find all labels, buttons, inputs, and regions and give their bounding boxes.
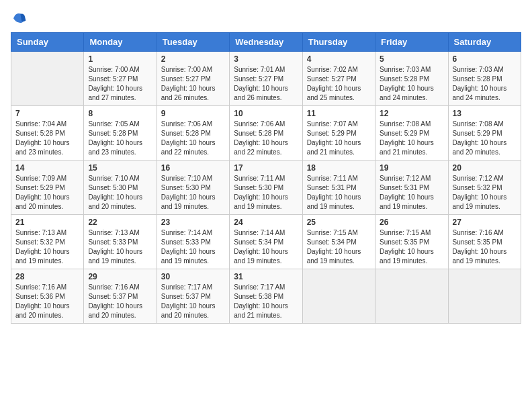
day-number: 1	[88, 54, 152, 64]
day-info: Sunrise: 7:12 AMSunset: 5:31 PMDaylight:…	[380, 174, 443, 212]
logo-icon	[11, 11, 27, 27]
header-thursday: Thursday	[302, 33, 375, 52]
calendar-cell: 31Sunrise: 7:17 AMSunset: 5:38 PMDayligh…	[230, 269, 302, 324]
day-info: Sunrise: 7:06 AMSunset: 5:28 PMDaylight:…	[161, 120, 225, 157]
day-number: 7	[15, 109, 79, 118]
day-number: 24	[234, 218, 298, 227]
day-info: Sunrise: 7:00 AMSunset: 5:27 PMDaylight:…	[161, 65, 225, 103]
day-info: Sunrise: 7:07 AMSunset: 5:29 PMDaylight:…	[307, 120, 371, 157]
day-info: Sunrise: 7:11 AMSunset: 5:31 PMDaylight:…	[307, 174, 371, 212]
header-wednesday: Wednesday	[230, 33, 302, 52]
calendar-cell: 24Sunrise: 7:14 AMSunset: 5:34 PMDayligh…	[230, 215, 302, 269]
calendar-cell: 11Sunrise: 7:07 AMSunset: 5:29 PMDayligh…	[302, 106, 375, 161]
day-info: Sunrise: 7:08 AMSunset: 5:29 PMDaylight:…	[453, 120, 517, 157]
calendar-cell: 7Sunrise: 7:04 AMSunset: 5:28 PMDaylight…	[11, 106, 84, 161]
day-info: Sunrise: 7:17 AMSunset: 5:38 PMDaylight:…	[234, 283, 298, 320]
calendar-cell: 26Sunrise: 7:15 AMSunset: 5:35 PMDayligh…	[375, 215, 448, 269]
header-friday: Friday	[375, 33, 448, 52]
day-info: Sunrise: 7:03 AMSunset: 5:28 PMDaylight:…	[453, 65, 517, 103]
day-number: 10	[234, 109, 298, 118]
header-saturday: Saturday	[448, 33, 521, 52]
calendar-cell: 8Sunrise: 7:05 AMSunset: 5:28 PMDaylight…	[84, 106, 157, 161]
calendar-cell	[302, 269, 375, 324]
calendar-cell: 9Sunrise: 7:06 AMSunset: 5:28 PMDaylight…	[157, 106, 229, 161]
day-number: 13	[453, 109, 517, 118]
day-info: Sunrise: 7:15 AMSunset: 5:34 PMDaylight:…	[307, 228, 371, 266]
calendar-cell: 17Sunrise: 7:11 AMSunset: 5:30 PMDayligh…	[230, 161, 302, 215]
day-number: 29	[88, 272, 152, 281]
calendar-cell	[11, 52, 84, 106]
day-number: 9	[161, 109, 225, 118]
header-sunday: Sunday	[11, 33, 84, 52]
day-number: 8	[88, 109, 152, 118]
day-number: 16	[161, 163, 225, 173]
day-info: Sunrise: 7:10 AMSunset: 5:30 PMDaylight:…	[161, 174, 225, 212]
calendar-cell: 29Sunrise: 7:16 AMSunset: 5:37 PMDayligh…	[84, 269, 157, 324]
calendar-cell: 18Sunrise: 7:11 AMSunset: 5:31 PMDayligh…	[302, 161, 375, 215]
day-number: 21	[15, 218, 79, 227]
day-number: 2	[161, 54, 225, 64]
calendar-cell	[448, 269, 521, 324]
day-info: Sunrise: 7:01 AMSunset: 5:27 PMDaylight:…	[234, 65, 298, 103]
day-info: Sunrise: 7:16 AMSunset: 5:37 PMDaylight:…	[88, 283, 152, 320]
day-info: Sunrise: 7:16 AMSunset: 5:36 PMDaylight:…	[15, 283, 79, 320]
day-info: Sunrise: 7:14 AMSunset: 5:34 PMDaylight:…	[234, 228, 298, 266]
day-info: Sunrise: 7:04 AMSunset: 5:28 PMDaylight:…	[15, 120, 79, 157]
day-number: 4	[307, 54, 371, 64]
day-info: Sunrise: 7:05 AMSunset: 5:28 PMDaylight:…	[88, 120, 152, 157]
day-number: 15	[88, 163, 152, 173]
day-number: 30	[161, 272, 225, 281]
calendar-cell: 22Sunrise: 7:13 AMSunset: 5:33 PMDayligh…	[84, 215, 157, 269]
day-info: Sunrise: 7:08 AMSunset: 5:29 PMDaylight:…	[380, 120, 443, 157]
calendar-cell: 23Sunrise: 7:14 AMSunset: 5:33 PMDayligh…	[157, 215, 229, 269]
day-info: Sunrise: 7:16 AMSunset: 5:35 PMDaylight:…	[453, 228, 517, 266]
day-info: Sunrise: 7:14 AMSunset: 5:33 PMDaylight:…	[161, 228, 225, 266]
day-info: Sunrise: 7:12 AMSunset: 5:32 PMDaylight:…	[453, 174, 517, 212]
calendar-week-row: 28Sunrise: 7:16 AMSunset: 5:36 PMDayligh…	[11, 269, 521, 324]
day-info: Sunrise: 7:02 AMSunset: 5:27 PMDaylight:…	[307, 65, 371, 103]
day-number: 5	[380, 54, 443, 64]
calendar-cell	[375, 269, 448, 324]
calendar-cell: 16Sunrise: 7:10 AMSunset: 5:30 PMDayligh…	[157, 161, 229, 215]
calendar-cell: 20Sunrise: 7:12 AMSunset: 5:32 PMDayligh…	[448, 161, 521, 215]
day-number: 23	[161, 218, 225, 227]
day-info: Sunrise: 7:10 AMSunset: 5:30 PMDaylight:…	[88, 174, 152, 212]
calendar-cell: 13Sunrise: 7:08 AMSunset: 5:29 PMDayligh…	[448, 106, 521, 161]
day-info: Sunrise: 7:06 AMSunset: 5:28 PMDaylight:…	[234, 120, 298, 157]
day-number: 11	[307, 109, 371, 118]
calendar-cell: 25Sunrise: 7:15 AMSunset: 5:34 PMDayligh…	[302, 215, 375, 269]
calendar-week-row: 7Sunrise: 7:04 AMSunset: 5:28 PMDaylight…	[11, 106, 521, 161]
day-info: Sunrise: 7:15 AMSunset: 5:35 PMDaylight:…	[380, 228, 443, 266]
day-number: 6	[453, 54, 517, 64]
calendar-cell: 15Sunrise: 7:10 AMSunset: 5:30 PMDayligh…	[84, 161, 157, 215]
day-number: 27	[453, 218, 517, 227]
day-number: 19	[380, 163, 443, 173]
header-tuesday: Tuesday	[157, 33, 229, 52]
day-number: 31	[234, 272, 298, 281]
calendar-cell: 2Sunrise: 7:00 AMSunset: 5:27 PMDaylight…	[157, 52, 229, 106]
calendar-table: SundayMondayTuesdayWednesdayThursdayFrid…	[11, 32, 521, 324]
day-info: Sunrise: 7:17 AMSunset: 5:37 PMDaylight:…	[161, 283, 225, 320]
calendar-week-row: 1Sunrise: 7:00 AMSunset: 5:27 PMDaylight…	[11, 52, 521, 106]
calendar-cell: 10Sunrise: 7:06 AMSunset: 5:28 PMDayligh…	[230, 106, 302, 161]
calendar-cell: 19Sunrise: 7:12 AMSunset: 5:31 PMDayligh…	[375, 161, 448, 215]
calendar-week-row: 21Sunrise: 7:13 AMSunset: 5:32 PMDayligh…	[11, 215, 521, 269]
calendar-cell: 30Sunrise: 7:17 AMSunset: 5:37 PMDayligh…	[157, 269, 229, 324]
logo	[11, 11, 30, 27]
calendar-header-row: SundayMondayTuesdayWednesdayThursdayFrid…	[11, 33, 521, 52]
day-number: 14	[15, 163, 79, 173]
day-info: Sunrise: 7:03 AMSunset: 5:28 PMDaylight:…	[380, 65, 443, 103]
calendar-cell: 21Sunrise: 7:13 AMSunset: 5:32 PMDayligh…	[11, 215, 84, 269]
day-number: 3	[234, 54, 298, 64]
day-info: Sunrise: 7:11 AMSunset: 5:30 PMDaylight:…	[234, 174, 298, 212]
header-monday: Monday	[84, 33, 157, 52]
day-number: 26	[380, 218, 443, 227]
day-info: Sunrise: 7:00 AMSunset: 5:27 PMDaylight:…	[88, 65, 152, 103]
calendar-cell: 5Sunrise: 7:03 AMSunset: 5:28 PMDaylight…	[375, 52, 448, 106]
calendar-week-row: 14Sunrise: 7:09 AMSunset: 5:29 PMDayligh…	[11, 161, 521, 215]
day-info: Sunrise: 7:09 AMSunset: 5:29 PMDaylight:…	[15, 174, 79, 212]
day-number: 17	[234, 163, 298, 173]
calendar-cell: 14Sunrise: 7:09 AMSunset: 5:29 PMDayligh…	[11, 161, 84, 215]
calendar-cell: 4Sunrise: 7:02 AMSunset: 5:27 PMDaylight…	[302, 52, 375, 106]
calendar-cell: 12Sunrise: 7:08 AMSunset: 5:29 PMDayligh…	[375, 106, 448, 161]
